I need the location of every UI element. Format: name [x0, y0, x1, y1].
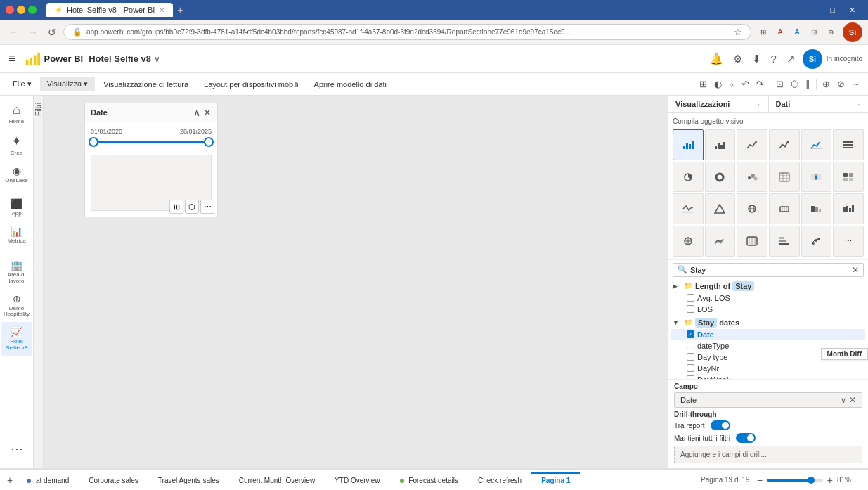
toolbar-icon-8[interactable]: ∥: [803, 76, 813, 92]
viz-btn-5[interactable]: [801, 129, 832, 160]
page-tab-current-month[interactable]: Current Month Overview: [229, 472, 325, 487]
browser-profile-btn[interactable]: Si: [843, 22, 862, 42]
campo-close-btn[interactable]: ✕: [849, 395, 856, 405]
sidebar-item-crea[interactable]: ✦ Crea: [1, 129, 32, 161]
sidebar-item-hotel[interactable]: 📈 Hotel Selfie v8: [1, 322, 32, 356]
active-browser-tab[interactable]: ⚡ Hotel Selfie v8 - Power BI ✕: [46, 3, 173, 17]
viz-btn-2[interactable]: [705, 129, 736, 160]
viz-btn-1[interactable]: [673, 129, 704, 160]
campo-field-zone[interactable]: Date ∨ ✕: [674, 392, 862, 408]
pbi-profile-avatar[interactable]: Si: [803, 49, 822, 69]
viz-btn-10[interactable]: [769, 162, 800, 193]
ext-icon-4[interactable]: ⊡: [806, 25, 822, 40]
pbi-share-btn[interactable]: ↗: [784, 50, 798, 68]
viz-btn-3[interactable]: [737, 129, 767, 160]
los-checkbox[interactable]: [687, 305, 694, 313]
mantieni-toggle[interactable]: [736, 433, 756, 443]
pbi-help-btn[interactable]: ?: [768, 50, 779, 67]
back-button[interactable]: ←: [6, 25, 21, 39]
viz-btn-13[interactable]: [673, 193, 704, 224]
search-box[interactable]: 🔍 ✕: [673, 263, 864, 277]
page-tab-check-refresh[interactable]: Check refresh: [468, 472, 531, 487]
date-filter-close-btn[interactable]: ✕: [203, 107, 212, 118]
sidebar-item-app[interactable]: ⬛ App: [1, 194, 32, 221]
ext-icon-1[interactable]: ⊞: [756, 25, 771, 40]
toolbar-icon-9[interactable]: ⊕: [820, 76, 833, 92]
tree-item-los[interactable]: LOS: [671, 304, 865, 315]
toolbar-icon-4[interactable]: ↶: [739, 76, 752, 92]
date-slider-track[interactable]: [93, 141, 209, 143]
search-clear-btn[interactable]: ✕: [852, 265, 859, 275]
tree-group-staydates-header[interactable]: ▼ 📁 Stay dates: [671, 316, 865, 329]
forward-button[interactable]: →: [25, 25, 41, 39]
crop-icon-btn[interactable]: ⬡: [185, 200, 199, 214]
window-minimize-btn[interactable]: [17, 6, 25, 14]
toolbar-icon-6[interactable]: ⊡: [773, 76, 786, 92]
tra-report-toggle[interactable]: [711, 420, 730, 430]
viz-btn-19[interactable]: [673, 226, 704, 257]
ext-icon-2[interactable]: A: [772, 25, 788, 40]
toolbar-icon-2[interactable]: ◐: [711, 76, 725, 92]
menu-mobile[interactable]: Layout per dispositivi mobili: [197, 77, 306, 91]
page-tab-travel[interactable]: Travel Agents sales: [148, 472, 229, 487]
campo-dropdown-btn[interactable]: ∨: [841, 396, 846, 405]
viz-btn-9[interactable]: [737, 162, 767, 193]
viz-btn-6[interactable]: [833, 129, 864, 160]
tab-visualizzazioni[interactable]: Visualizzazioni →: [668, 96, 769, 112]
ext-icon-3[interactable]: A: [789, 25, 805, 40]
zoom-slider[interactable]: [767, 479, 823, 482]
date-checkbox[interactable]: [687, 330, 694, 338]
date-slider-right-thumb[interactable]: [204, 137, 214, 147]
pbi-notification-btn[interactable]: 🔔: [707, 50, 726, 68]
viz-btn-12[interactable]: [833, 162, 864, 193]
page-tab-forecast[interactable]: Forecast details: [390, 472, 468, 487]
menu-visualizza[interactable]: Visualizza ▾: [40, 77, 95, 91]
ext-icon-5[interactable]: ⊕: [823, 25, 838, 40]
sidebar-item-workspace[interactable]: 🏢 Area di lavoro: [1, 255, 32, 289]
daynr-checkbox[interactable]: [687, 364, 694, 372]
format-icon-btn[interactable]: ⊞: [169, 200, 183, 214]
search-input[interactable]: [690, 266, 849, 274]
os-maximize-btn[interactable]: □: [823, 0, 842, 20]
viz-btn-17[interactable]: [801, 193, 832, 224]
os-minimize-btn[interactable]: —: [801, 0, 823, 20]
viz-btn-11[interactable]: [801, 162, 832, 193]
page-tab-ytd[interactable]: YTD Overview: [325, 472, 389, 487]
tree-item-dayweek[interactable]: DayWeek: [671, 374, 865, 379]
viz-btn-24[interactable]: ⋯: [833, 226, 864, 257]
avg-los-checkbox[interactable]: [687, 294, 694, 302]
pbi-title-dropdown-btn[interactable]: ∨: [154, 54, 160, 64]
viz-btn-4[interactable]: [769, 129, 800, 160]
new-tab-button[interactable]: +: [173, 4, 187, 15]
sidebar-item-more[interactable]: ⋯: [1, 437, 32, 460]
filter-label-vertical[interactable]: Filtri: [34, 96, 44, 123]
viz-btn-16[interactable]: [769, 193, 800, 224]
pbi-settings-btn[interactable]: ⚙: [730, 50, 745, 68]
toolbar-icon-10[interactable]: ⊘: [834, 76, 848, 92]
zoom-minus-btn[interactable]: −: [757, 475, 763, 486]
viz-btn-21[interactable]: [737, 226, 767, 257]
pbi-download-btn[interactable]: ⬇: [749, 50, 764, 68]
viz-btn-15[interactable]: [737, 193, 767, 224]
toolbar-icon-1[interactable]: ⊞: [697, 76, 710, 92]
viz-btn-7[interactable]: [673, 162, 704, 193]
date-slider-left-thumb[interactable]: [89, 137, 98, 147]
toolbar-icon-5[interactable]: ↷: [753, 76, 767, 92]
page-tab-pagina1[interactable]: Pagina 1: [531, 472, 580, 487]
toolbar-icon-7[interactable]: ⬡: [788, 76, 801, 92]
zoom-plus-btn[interactable]: +: [827, 475, 833, 486]
tree-item-daynr[interactable]: DayNr: [671, 363, 865, 374]
page-tab-add-btn[interactable]: +: [3, 475, 17, 486]
viz-btn-14[interactable]: [705, 193, 736, 224]
tab-close-icon[interactable]: ✕: [159, 6, 164, 14]
sidebar-item-demo[interactable]: ⊕ Demo Hospitality: [1, 289, 32, 323]
sidebar-item-onelake[interactable]: ◉ OneLake: [1, 161, 32, 188]
tree-item-date[interactable]: Date: [671, 329, 865, 340]
tab-dati[interactable]: Dati →: [769, 96, 869, 112]
sidebar-item-metrica[interactable]: 📊 Metrica: [1, 221, 32, 249]
bookmark-icon[interactable]: ☆: [734, 27, 742, 37]
viz-btn-18[interactable]: [833, 193, 864, 224]
sidebar-item-home[interactable]: ⌂ Home: [1, 98, 32, 129]
window-maximize-btn[interactable]: [28, 6, 37, 14]
window-close-btn[interactable]: [6, 6, 14, 14]
